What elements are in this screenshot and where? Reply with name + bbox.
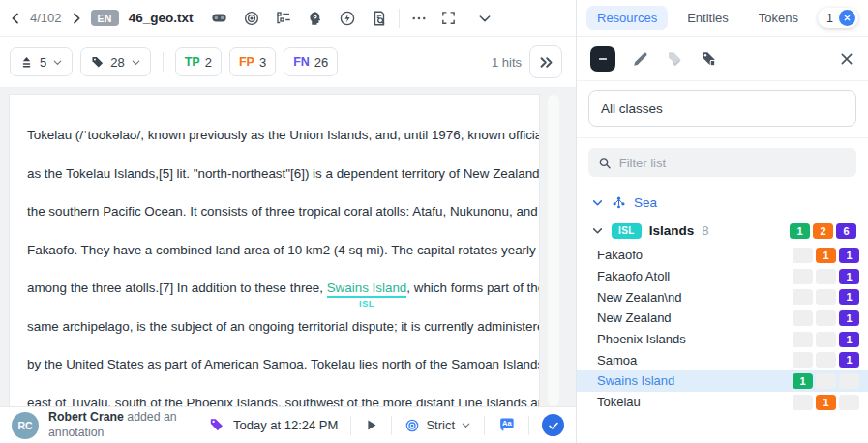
list-item[interactable]: New Zealand1 xyxy=(577,308,868,329)
tag-filter-button[interactable]: 28 xyxy=(80,47,150,76)
priority-filter-count: 5 xyxy=(40,55,46,70)
text-segment: Tokelau (/ˈtoʊkəlaʊ/, known previously a… xyxy=(27,128,539,142)
document-scrollbar[interactable] xyxy=(548,95,559,406)
list-item[interactable]: New Zealan\nd1 xyxy=(577,286,868,308)
fp-badge: 2 xyxy=(813,223,833,239)
list-item-label: Phoenix Islands xyxy=(597,332,686,346)
active-filter-count: 1 xyxy=(826,12,833,25)
fn-badge: 1 xyxy=(839,289,859,305)
annotated-span[interactable]: Swains IslandISL xyxy=(327,281,407,298)
entity-abbr-badge: ISL xyxy=(612,223,642,239)
collapse-toolbar-icon[interactable] xyxy=(477,11,493,26)
class-filter-select[interactable]: All classes xyxy=(588,90,856,127)
close-panel-icon[interactable] xyxy=(839,51,854,67)
fn-badge: 1 xyxy=(839,310,859,326)
more-icon[interactable] xyxy=(410,10,428,27)
priority-filter-button[interactable]: 5 xyxy=(10,47,73,76)
text-line: as the Tokelau Islands,[5] lit. "north-n… xyxy=(27,155,522,193)
list-item-label: Samoa xyxy=(597,353,637,368)
islands-group-badges: 126 xyxy=(790,223,856,239)
dataset-icon[interactable] xyxy=(210,9,228,27)
language-badge: EN xyxy=(91,10,119,26)
list-item[interactable]: Swains Island1 xyxy=(577,370,868,392)
remove-tool-button[interactable] xyxy=(590,46,615,72)
sea-group-row[interactable]: Sea xyxy=(577,189,868,217)
doc-search-icon[interactable] xyxy=(371,10,388,27)
next-hit-button[interactable] xyxy=(529,45,562,78)
play-icon[interactable] xyxy=(364,418,378,432)
islands-list: Fakaofo11Fakaofo Atoll1New Zealan\nd1New… xyxy=(577,245,868,413)
fn-badge xyxy=(839,395,859,410)
tab-resources[interactable]: Resources xyxy=(586,6,668,30)
text-segment: among the three atolls.[7] In addition t… xyxy=(27,281,327,295)
list-item[interactable]: Fakaofo11 xyxy=(577,245,868,266)
clear-filter-icon[interactable] xyxy=(839,10,855,26)
next-doc-icon[interactable] xyxy=(69,11,84,26)
app-window: 4/102 EN 46_geo.txt xyxy=(0,0,868,443)
list-filter[interactable] xyxy=(588,148,856,177)
list-filter-input[interactable] xyxy=(619,156,847,170)
fp-badge: 1 xyxy=(816,248,836,263)
list-item[interactable]: Tokelau1 xyxy=(577,392,868,413)
fp-badge: 1 xyxy=(816,395,836,410)
tab-tokens[interactable]: Tokens xyxy=(748,6,809,30)
bottombar-divider xyxy=(484,416,485,435)
fullscreen-icon[interactable] xyxy=(440,10,457,26)
tp-value: 2 xyxy=(205,55,212,70)
document-filename: 46_geo.txt xyxy=(129,11,194,25)
tp-badge xyxy=(793,332,813,347)
list-item-badges: 1 xyxy=(793,289,859,305)
tab-entities[interactable]: Entities xyxy=(676,6,739,30)
fp-value: 3 xyxy=(259,55,266,70)
list-item-badges: 1 xyxy=(793,352,859,368)
bottombar-divider xyxy=(391,416,392,435)
avatar: RC xyxy=(12,412,39,439)
ai-head-icon[interactable] xyxy=(307,10,324,27)
document-pane: 4/102 EN 46_geo.txt xyxy=(0,0,577,443)
document-toolbar: 4/102 EN 46_geo.txt xyxy=(0,0,576,37)
false-negative-filter[interactable]: FN 26 xyxy=(284,47,338,76)
text-segment: , which forms part of the xyxy=(406,281,539,295)
active-filter-pill[interactable]: 1 xyxy=(818,8,858,28)
list-item[interactable]: Fakaofo Atoll1 xyxy=(577,266,868,287)
tp-badge xyxy=(793,310,813,326)
document-area[interactable]: Tokelau (/ˈtoʊkəlaʊ/, known previously a… xyxy=(0,87,576,406)
fn-badge: 6 xyxy=(836,223,856,239)
tag-filter-count: 28 xyxy=(110,55,124,70)
chevron-down-icon xyxy=(52,57,63,68)
text-style-icon[interactable]: Aa xyxy=(497,416,516,434)
list-item-label: New Zealand xyxy=(597,310,672,325)
edit-tool-button[interactable] xyxy=(632,50,649,68)
annotation-filter-bar: 5 28 TP 2 FP 3 FN 26 1 hits xyxy=(0,37,576,87)
chevron-down-icon xyxy=(591,224,604,237)
prev-doc-icon[interactable] xyxy=(8,11,23,26)
text-segment: east of Tuvalu, south of the Phoenix Isl… xyxy=(27,396,539,407)
tag-check-tool-button[interactable] xyxy=(666,50,683,68)
confirm-button[interactable] xyxy=(542,414,564,436)
list-item-badges: 1 xyxy=(793,373,859,389)
islands-group-count: 8 xyxy=(702,223,708,238)
text-line: the southern Pacific Ocean. It consists … xyxy=(27,192,522,231)
toolbar-icon-group xyxy=(210,9,388,27)
list-item-label: Swains Island xyxy=(597,373,674,388)
class-filter-section: All classes xyxy=(577,81,868,138)
entity-tree: Sea ISL Islands 8 126 Fakaofo11Fakaofo A… xyxy=(577,185,868,443)
list-item-badges: 11 xyxy=(793,248,859,263)
list-item[interactable]: Samoa1 xyxy=(577,349,868,370)
text-line: Fakaofo. They have a combined land area … xyxy=(27,231,522,270)
fn-badge: 1 xyxy=(839,332,859,347)
tag-entity-tool-button[interactable] xyxy=(700,50,717,68)
svg-text:Aa: Aa xyxy=(502,419,512,428)
outline-list-icon[interactable] xyxy=(275,10,292,27)
target-icon[interactable] xyxy=(243,10,260,27)
panel-tabs: Resources Entities Tokens 1 xyxy=(577,0,868,37)
text-segment: as the Tokelau Islands,[5] lit. "north-n… xyxy=(27,166,539,181)
match-mode-dropdown[interactable]: Strict xyxy=(404,418,471,433)
false-positive-filter[interactable]: FP 3 xyxy=(229,47,276,76)
annotation-tools xyxy=(577,37,868,81)
lightning-icon[interactable] xyxy=(339,10,356,27)
true-positive-filter[interactable]: TP 2 xyxy=(175,47,222,76)
list-item-badges: 1 xyxy=(793,269,859,284)
list-item[interactable]: Phoenix Islands1 xyxy=(577,329,868,350)
islands-group-row[interactable]: ISL Islands 8 126 xyxy=(577,217,868,245)
